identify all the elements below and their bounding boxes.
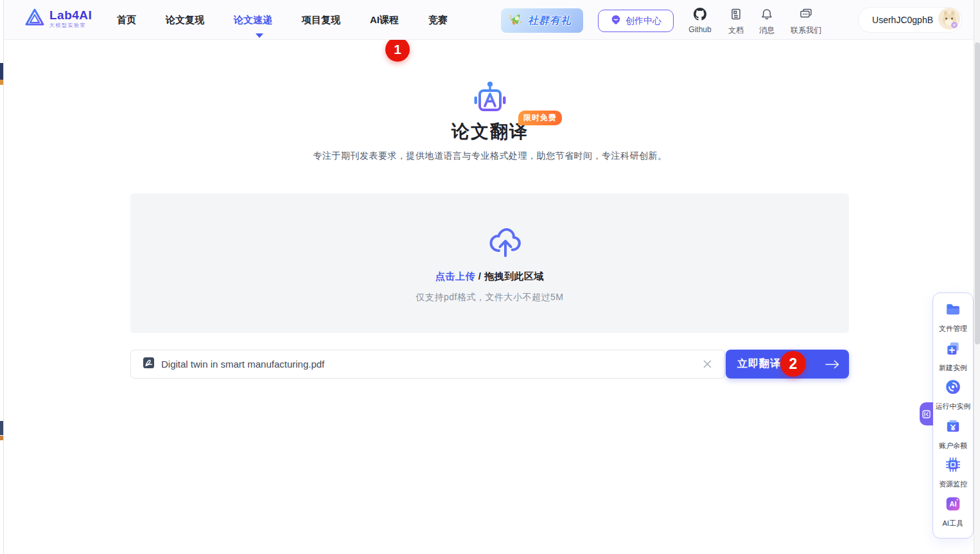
arrow-right-icon xyxy=(825,360,840,369)
avatar xyxy=(938,8,960,32)
step-1-badge: 1 xyxy=(385,37,410,62)
contact-us-label: 联系我们 xyxy=(791,25,821,36)
scrollbar-thumb[interactable] xyxy=(975,42,980,344)
selected-file-field[interactable]: Digital twin in smart manufacturing.pdf xyxy=(130,350,725,379)
messages-label: 消息 xyxy=(759,25,774,36)
sidebar-item-new-instance[interactable]: 新建实例 xyxy=(933,340,973,373)
active-nav-caret-icon xyxy=(256,33,263,38)
link-github[interactable]: Github xyxy=(682,8,718,34)
user-account[interactable]: UserhJC0gphB xyxy=(859,8,961,32)
balance-icon xyxy=(945,418,961,437)
nav-item-competition[interactable]: 竞赛 xyxy=(428,14,448,26)
nav-item-paper-express[interactable]: 论文速递 xyxy=(234,14,272,26)
click-to-upload-link[interactable]: 点击上传 xyxy=(435,271,475,281)
logo[interactable]: Lab4AI 大模型实验室 xyxy=(24,7,92,30)
page: Lab4AI 大模型实验室 首页 论文复现 论文速递 项目复现 AI课程 竞赛 xyxy=(0,0,980,554)
logo-icon xyxy=(24,7,45,30)
logo-title: Lab4AI xyxy=(49,9,92,21)
folder-icon xyxy=(945,301,961,320)
link-contact-us[interactable]: 联系我们 xyxy=(786,8,826,36)
nav-item-paper-repro[interactable]: 论文复现 xyxy=(166,14,204,26)
github-icon xyxy=(694,8,706,23)
creator-center-button[interactable]: 创作中心 xyxy=(598,10,674,32)
top-navbar: Lab4AI 大模型实验室 首页 论文复现 论文速递 项目复现 AI课程 竞赛 xyxy=(4,0,974,40)
bulb-icon xyxy=(610,14,622,28)
translate-robot-icon xyxy=(472,80,508,118)
svg-text:AI: AI xyxy=(950,500,957,508)
sidebar-item-ai-tools[interactable]: AI AI工具 xyxy=(933,496,973,529)
translate-now-button[interactable]: 立即翻译 2 xyxy=(726,350,849,379)
page-title: 论文翻译 限时免费 xyxy=(451,120,529,144)
github-label: Github xyxy=(688,25,711,34)
page-subtitle: 专注于期刊发表要求，提供地道语言与专业格式处理，助您节省时间，专注科研创新。 xyxy=(0,150,980,162)
nav-item-ai-course[interactable]: AI课程 xyxy=(370,14,399,26)
sidebar-item-running-instances[interactable]: 运行中实例 xyxy=(933,379,973,412)
upload-format-hint: 仅支持pdf格式，文件大小不超过5M xyxy=(130,292,849,303)
cloud-upload-icon xyxy=(488,225,523,261)
page-scrollbar[interactable] xyxy=(974,0,980,554)
sidebar-item-file-management[interactable]: 文件管理 xyxy=(933,301,973,334)
left-edge-strip xyxy=(0,0,4,554)
document-icon xyxy=(730,8,742,23)
docs-label: 文档 xyxy=(728,25,744,36)
pdf-file-icon xyxy=(143,357,155,371)
nav-item-project-repro[interactable]: 项目复现 xyxy=(302,14,340,26)
megaphone-icon xyxy=(507,11,524,30)
community-gift-badge[interactable]: 社群有礼 xyxy=(501,8,583,33)
sidebar-item-resource-monitor[interactable]: 资源监控 xyxy=(933,456,973,490)
running-instances-icon xyxy=(945,379,961,398)
bell-icon xyxy=(760,8,773,23)
upload-instruction: 点击上传 / 拖拽到此区域 xyxy=(130,271,849,283)
upload-dropzone[interactable]: 点击上传 / 拖拽到此区域 仅支持pdf格式，文件大小不超过5M xyxy=(130,193,849,333)
chip-icon xyxy=(945,456,961,476)
drag-area-label: 拖拽到此区域 xyxy=(484,271,544,281)
selected-filename: Digital twin in smart manufacturing.pdf xyxy=(161,359,695,370)
main-nav: 首页 论文复现 论文速递 项目复现 AI课程 竞赛 xyxy=(117,0,448,40)
chat-icon xyxy=(800,8,812,23)
nav-item-home[interactable]: 首页 xyxy=(117,14,136,26)
community-gift-label: 社群有礼 xyxy=(528,14,572,28)
clear-file-icon[interactable] xyxy=(701,359,713,370)
ai-tools-icon: AI xyxy=(945,496,961,515)
creator-center-label: 创作中心 xyxy=(626,15,661,27)
free-promo-badge: 限时免费 xyxy=(518,111,562,125)
step-2-badge: 2 xyxy=(780,351,806,377)
floating-side-toolbar: 文件管理 新建实例 xyxy=(932,292,974,539)
username: UserhJC0gphB xyxy=(872,15,933,25)
sidebar-item-account-balance[interactable]: 账户余额 xyxy=(933,418,973,451)
toolbar-collapse-handle[interactable] xyxy=(920,402,933,425)
link-messages[interactable]: 消息 xyxy=(749,8,785,36)
logo-subtitle: 大模型实验室 xyxy=(49,23,92,28)
new-instance-icon xyxy=(945,340,961,359)
translate-button-label: 立即翻译 xyxy=(737,357,781,371)
